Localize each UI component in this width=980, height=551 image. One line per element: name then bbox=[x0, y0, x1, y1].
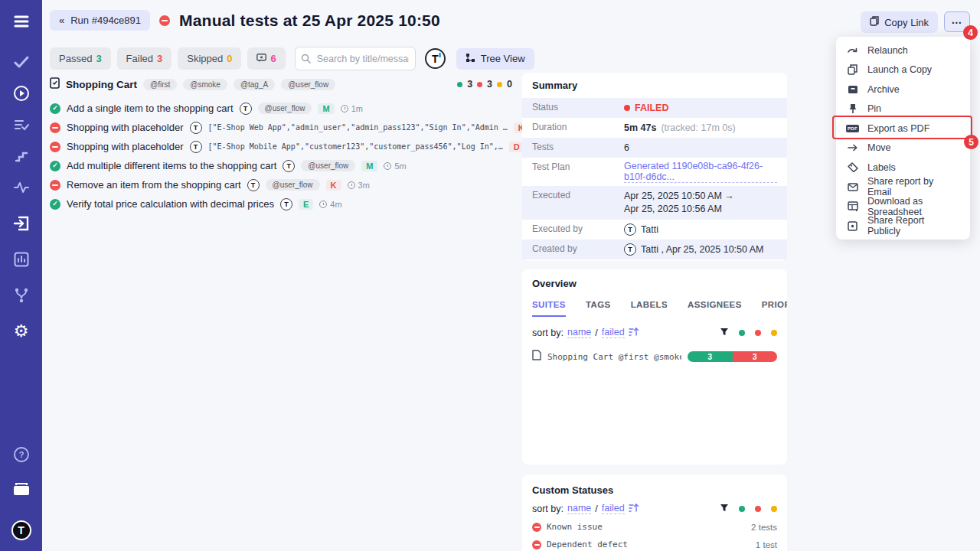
tab-labels[interactable]: LABELS bbox=[631, 300, 668, 317]
sort-direction-icon[interactable] bbox=[629, 503, 639, 514]
assignee-avatar: T bbox=[280, 198, 292, 210]
test-row[interactable]: Remove an item from the shopping cart T … bbox=[50, 175, 512, 194]
menu-item-share-report-publicly[interactable]: Share Report Publicly bbox=[836, 217, 970, 236]
filter-passed[interactable]: Passed 3 bbox=[50, 47, 111, 70]
test-duration: 3m bbox=[348, 181, 370, 190]
overview-suite-row[interactable]: Shopping Cart @first @smoke … 3 3 bbox=[532, 350, 777, 364]
test-tag[interactable]: @user_flow bbox=[301, 160, 355, 171]
test-cases-icon[interactable] bbox=[12, 53, 31, 71]
hamburger-menu-icon[interactable] bbox=[12, 12, 31, 31]
test-title: Shopping with placeholder bbox=[67, 141, 184, 152]
failed-icon bbox=[50, 122, 60, 133]
sort-direction-icon[interactable] bbox=[629, 327, 639, 338]
test-tag[interactable]: @user_flow bbox=[266, 179, 320, 191]
menu-item-archive[interactable]: Archive bbox=[836, 80, 970, 99]
status-badge: FAILED bbox=[624, 103, 668, 113]
clock-icon bbox=[319, 201, 327, 208]
summary-row-tests: Tests 6 bbox=[522, 138, 787, 158]
activity-icon[interactable] bbox=[12, 178, 31, 197]
suite-tag[interactable]: @first bbox=[143, 79, 177, 90]
assignee-avatar: T bbox=[190, 122, 202, 134]
user-avatar[interactable]: T bbox=[11, 520, 31, 540]
filter-funnel-icon[interactable] bbox=[720, 504, 729, 514]
test-row[interactable]: Verify total price calculation with deci… bbox=[50, 194, 512, 214]
menu-item-move[interactable]: Move bbox=[836, 139, 970, 158]
test-row[interactable]: Add a single item to the shopping cart T… bbox=[50, 99, 512, 118]
copy-link-button[interactable]: Copy Link bbox=[861, 11, 938, 33]
overview-tabs: SUITES TAGS LABELS ASSIGNEES PRIORITIES bbox=[532, 300, 787, 318]
skipped-filter-dot[interactable] bbox=[771, 506, 777, 512]
passed-dot-icon bbox=[457, 82, 462, 87]
passed-label: Passed bbox=[59, 53, 92, 64]
test-plans-icon[interactable] bbox=[12, 116, 31, 134]
tab-priorities[interactable]: PRIORITIES bbox=[762, 300, 787, 317]
menu-item-download-as-spreadsheet[interactable]: Download as Spreadsheet bbox=[836, 197, 970, 217]
sort-by-name-link[interactable]: name bbox=[567, 327, 591, 338]
brand-logo-icon[interactable]: T bbox=[425, 48, 446, 69]
test-runs-icon[interactable] bbox=[12, 84, 31, 103]
passed-bar-segment: 3 bbox=[688, 351, 733, 362]
suite-tag[interactable]: @user_flow bbox=[281, 79, 335, 90]
search-input[interactable] bbox=[295, 47, 416, 70]
test-row[interactable]: Shopping with placeholder T ["E-Shop Mob… bbox=[50, 137, 512, 156]
menu-item-relaunch[interactable]: Relaunch bbox=[836, 41, 970, 60]
sort-by-name-link[interactable]: name bbox=[567, 503, 591, 514]
pin-icon bbox=[847, 103, 858, 114]
reports-icon[interactable] bbox=[12, 250, 31, 269]
user-avatar: T bbox=[624, 223, 636, 236]
help-icon[interactable]: ? bbox=[12, 445, 31, 464]
suite-results-bar: 3 3 bbox=[688, 351, 777, 362]
milestones-icon[interactable] bbox=[12, 147, 31, 165]
run-failed-status-icon bbox=[159, 15, 170, 26]
move-arrow-icon bbox=[847, 144, 858, 152]
skipped-filter-dot[interactable] bbox=[771, 330, 777, 336]
version-control-icon[interactable] bbox=[12, 286, 31, 305]
summary-table: Status FAILED Duration 5m 47s(tracked: 1… bbox=[522, 98, 787, 259]
spreadsheet-icon bbox=[847, 201, 858, 211]
test-row[interactable]: Add multiple different items to the shop… bbox=[50, 156, 512, 175]
passed-filter-dot[interactable] bbox=[739, 330, 745, 336]
failed-filter-dot[interactable] bbox=[755, 506, 761, 512]
status-letter-badge: M bbox=[361, 161, 377, 171]
menu-item-launch-a-copy[interactable]: Launch a Copy bbox=[836, 60, 970, 80]
menu-item-pin[interactable]: Pin bbox=[836, 99, 970, 119]
tab-assignees[interactable]: ASSIGNEES bbox=[688, 300, 742, 317]
menu-item-labels[interactable]: Labels bbox=[836, 158, 970, 178]
test-title: Add multiple different items to the shop… bbox=[67, 160, 276, 171]
failed-count: 3 bbox=[157, 53, 162, 64]
projects-folder-icon[interactable] bbox=[12, 480, 31, 498]
custom-status-row[interactable]: Dependent defect 1 test bbox=[532, 540, 777, 549]
requirements-icon[interactable] bbox=[12, 214, 31, 233]
suite-counts: 3 3 0 bbox=[457, 79, 512, 90]
archive-icon bbox=[847, 85, 858, 94]
sort-by-failed-link[interactable]: failed bbox=[602, 327, 625, 338]
filter-failed[interactable]: Failed 3 bbox=[117, 47, 172, 70]
relaunch-icon bbox=[847, 47, 858, 54]
assignee-avatar: T bbox=[247, 179, 260, 191]
back-to-run-button[interactable]: « Run #494ce891 bbox=[50, 10, 150, 31]
test-duration: 5m bbox=[384, 161, 406, 171]
search-box bbox=[295, 47, 416, 70]
passed-filter-dot[interactable] bbox=[739, 506, 745, 512]
failed-filter-dot[interactable] bbox=[755, 330, 761, 336]
back-chevron-icon: « bbox=[59, 15, 64, 26]
tree-view-button[interactable]: Tree View bbox=[456, 48, 534, 70]
test-parameters: ["E-Shop Mobile App","customer123","cust… bbox=[208, 142, 503, 151]
tab-tags[interactable]: TAGS bbox=[586, 300, 611, 317]
sort-by-failed-link[interactable]: failed bbox=[602, 503, 625, 514]
summary-row-duration: Duration 5m 47s(tracked: 17m 0s) bbox=[522, 118, 787, 138]
filter-funnel-icon[interactable] bbox=[720, 328, 729, 338]
test-row[interactable]: Shopping with placeholder T ["E-Shop Web… bbox=[50, 118, 512, 137]
custom-status-row[interactable]: Known issue 2 tests bbox=[532, 522, 777, 532]
suite-tag[interactable]: @tag_A bbox=[234, 79, 275, 90]
menu-item-share-report-by-email[interactable]: Share report by Email bbox=[836, 178, 970, 197]
filter-skipped[interactable]: Skipped 0 bbox=[178, 47, 241, 70]
test-plan-link[interactable]: Generated 1190e08b-ca96-4f26-b10f-d6dc..… bbox=[624, 161, 777, 183]
suite-header[interactable]: Shopping Cart @first @smoke @tag_A @user… bbox=[50, 76, 512, 93]
menu-item-export-as-pdf[interactable]: PDF Export as PDF bbox=[836, 119, 970, 139]
test-tag[interactable]: @user_flow bbox=[258, 103, 312, 114]
suite-tag[interactable]: @smoke bbox=[183, 79, 227, 90]
settings-gear-icon[interactable]: ⚙ bbox=[12, 322, 31, 341]
tab-suites[interactable]: SUITES bbox=[532, 300, 566, 317]
filter-comments[interactable]: 6 bbox=[247, 47, 285, 70]
